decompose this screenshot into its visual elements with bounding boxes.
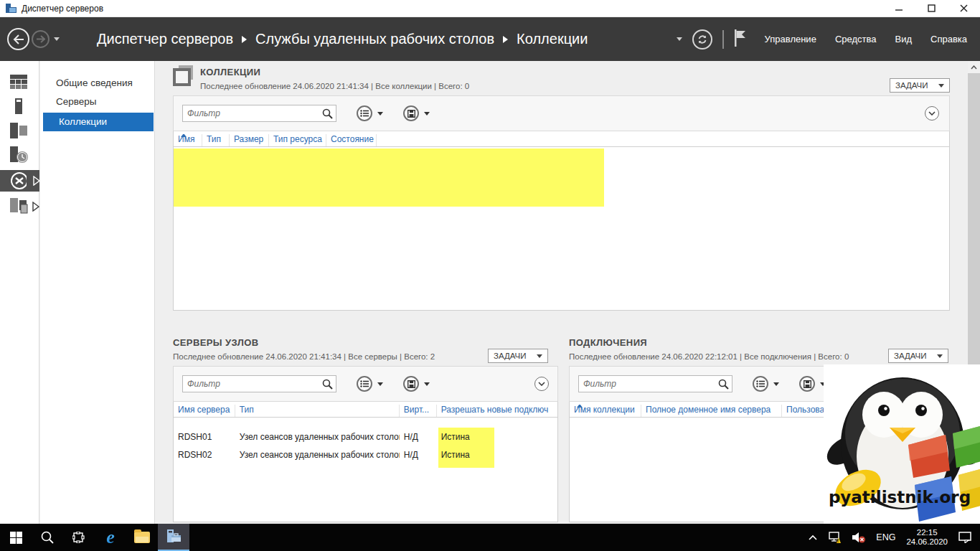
minimize-button[interactable] — [883, 0, 915, 17]
col-header-collection-name[interactable]: Имя коллекции — [570, 405, 641, 417]
server-manager-taskbar-icon[interactable] — [158, 524, 189, 551]
menu-help[interactable]: Справка — [930, 34, 967, 44]
header-menu: Управление Средства Вид Справка — [765, 34, 967, 44]
breadcrumb-server-manager[interactable]: Диспетчер серверов — [97, 31, 233, 47]
maximize-button[interactable] — [915, 0, 948, 17]
col-header-size[interactable]: Размер — [230, 134, 269, 146]
sidebar-icon-file-services[interactable] — [0, 197, 39, 216]
connections-filter-input[interactable] — [579, 376, 715, 392]
cell-server-name: RDSH01 — [174, 432, 235, 442]
expand-arrow-icon[interactable] — [33, 176, 39, 186]
menu-tools[interactable]: Средства — [835, 34, 877, 44]
col-header-server-fqdn[interactable]: Полное доменное имя сервера — [641, 405, 782, 417]
breadcrumb: Диспетчер серверов Службы удаленных рабо… — [97, 31, 588, 47]
save-query-button[interactable] — [403, 105, 419, 121]
connections-title: ПОДКЛЮЧЕНИЯ — [569, 337, 647, 348]
watermark: pyatilistnik.org — [824, 364, 980, 527]
clock-date: 24.06.2020 — [906, 537, 948, 547]
scope-dropdown-icon[interactable] — [677, 37, 682, 41]
task-view-icon[interactable] — [63, 524, 95, 551]
collections-panel-icon — [173, 65, 194, 90]
sidebar-icon-remote-desktop-services[interactable] — [0, 170, 39, 192]
tray-chevron-up-icon[interactable] — [804, 524, 822, 551]
host-servers-toolbar — [173, 366, 558, 402]
sidebar-icon-file-storage-services[interactable] — [0, 146, 39, 164]
host-servers-filter-input[interactable] — [183, 376, 319, 392]
col-header-name[interactable]: Имя — [174, 134, 202, 146]
command-header: Диспетчер серверов Службы удаленных рабо… — [0, 17, 980, 61]
host-servers-collapse-button[interactable] — [534, 377, 549, 391]
col-header-type[interactable]: Тип — [202, 134, 230, 146]
save-query-caret-icon[interactable] — [424, 382, 430, 386]
tasks-caret-icon — [937, 354, 943, 358]
breadcrumb-separator-icon — [242, 36, 247, 43]
breadcrumb-collections[interactable]: Коллекции — [517, 31, 588, 47]
save-query-caret-icon[interactable] — [424, 112, 430, 116]
notifications-flag-icon[interactable] — [734, 29, 746, 50]
start-button[interactable] — [0, 524, 32, 551]
cell-type: Узел сеансов удаленных рабочих столов — [235, 432, 400, 442]
sidebar-item-collections[interactable]: Коллекции — [43, 113, 154, 131]
sidebar-item-overview[interactable]: Общие сведения — [40, 74, 154, 93]
sidebar-icon-strip — [0, 61, 39, 524]
taskbar: e ! ENG 22:15 24.06.2020 — [0, 524, 980, 551]
col-header-type[interactable]: Тип — [235, 405, 400, 417]
collections-filter-input[interactable] — [183, 105, 319, 121]
host-servers-table: Имя сервера Тип Вирт... Разрешать новые … — [173, 402, 558, 522]
collections-tasks-button[interactable]: ЗАДАЧИ — [890, 78, 950, 93]
menu-manage[interactable]: Управление — [765, 34, 816, 44]
collections-table-header: Имя Тип Размер Тип ресурса Состояние — [174, 131, 949, 147]
connections-filter — [578, 375, 732, 392]
col-header-server-name[interactable]: Имя сервера — [174, 405, 235, 417]
sidebar-icon-all-servers[interactable] — [0, 121, 39, 140]
sidebar-icon-dashboard[interactable] — [0, 72, 39, 91]
tasks-button-label: ЗАДАЧИ — [494, 352, 527, 360]
host-servers-title: СЕРВЕРЫ УЗЛОВ — [173, 337, 259, 348]
list-view-button[interactable] — [357, 105, 372, 121]
list-view-caret-icon[interactable] — [377, 112, 383, 116]
list-view-button[interactable] — [357, 376, 372, 392]
col-header-state[interactable]: Состояние — [326, 134, 377, 146]
cell-virtualization: Н/Д — [400, 450, 437, 460]
server-manager-window: Диспетчер серверов Диспетчер серверов Сл… — [0, 0, 980, 551]
file-explorer-icon[interactable] — [126, 524, 158, 551]
sidebar-icon-local-server[interactable] — [0, 97, 39, 116]
save-query-button[interactable] — [799, 376, 815, 392]
collections-collapse-button[interactable] — [925, 106, 939, 121]
search-icon — [718, 379, 729, 390]
col-header-virtualization[interactable]: Вирт... — [400, 405, 437, 417]
connections-tasks-button[interactable]: ЗАДАЧИ — [888, 349, 948, 363]
connections-subtitle: Последнее обновление 24.06.2020 22:12:01… — [569, 352, 849, 361]
cell-type: Узел сеансов удаленных рабочих столов — [235, 450, 400, 460]
taskbar-search-icon[interactable] — [32, 524, 63, 551]
refresh-button[interactable] — [692, 29, 712, 50]
table-row[interactable]: RDSH01 Узел сеансов удаленных рабочих ст… — [174, 428, 557, 446]
history-dropdown-icon[interactable] — [54, 37, 60, 41]
list-view-button[interactable] — [753, 376, 768, 392]
menu-view[interactable]: Вид — [895, 34, 912, 44]
close-button[interactable] — [948, 0, 980, 17]
internet-explorer-icon[interactable]: e — [95, 524, 126, 551]
col-header-resource-type[interactable]: Тип ресурса — [269, 134, 326, 146]
col-header-allow-new-connections[interactable]: Разрешать новые подключ — [437, 405, 557, 417]
cell-allow-new-connections: Истина — [437, 432, 557, 442]
expand-arrow-icon[interactable] — [32, 202, 39, 212]
cell-virtualization: Н/Д — [400, 432, 437, 442]
host-servers-subtitle: Последнее обновление 24.06.2020 21:41:34… — [173, 352, 435, 361]
action-center-icon[interactable] — [953, 524, 980, 551]
breadcrumb-rds[interactable]: Службы удаленных рабочих столов — [255, 31, 494, 47]
sidebar-item-servers[interactable]: Серверы — [40, 93, 154, 111]
forward-button[interactable] — [32, 30, 50, 48]
host-servers-tasks-button[interactable]: ЗАДАЧИ — [488, 349, 548, 363]
volume-muted-icon[interactable] — [847, 524, 871, 551]
table-row[interactable]: RDSH02 Узел сеансов удаленных рабочих ст… — [174, 446, 557, 463]
network-status-icon[interactable]: ! — [822, 524, 847, 551]
language-indicator[interactable]: ENG — [871, 524, 900, 551]
save-query-button[interactable] — [403, 376, 419, 392]
scroll-up-button[interactable] — [968, 61, 980, 73]
list-view-caret-icon[interactable] — [773, 382, 779, 386]
back-button[interactable] — [7, 28, 29, 50]
list-view-caret-icon[interactable] — [377, 382, 383, 386]
clock[interactable]: 22:15 24.06.2020 — [900, 528, 953, 547]
svg-text:!: ! — [837, 538, 839, 543]
